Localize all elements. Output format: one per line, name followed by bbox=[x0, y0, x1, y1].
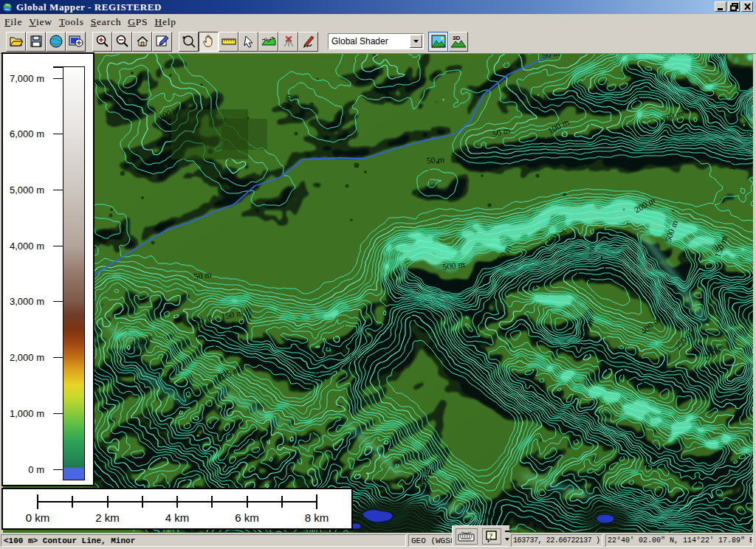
svg-text:50 m: 50 m bbox=[426, 154, 445, 166]
svg-text:400: 400 bbox=[743, 128, 753, 140]
svg-text:100 m: 100 m bbox=[586, 234, 599, 258]
svg-text:3D: 3D bbox=[453, 35, 460, 41]
svg-text:?: ? bbox=[489, 531, 493, 540]
